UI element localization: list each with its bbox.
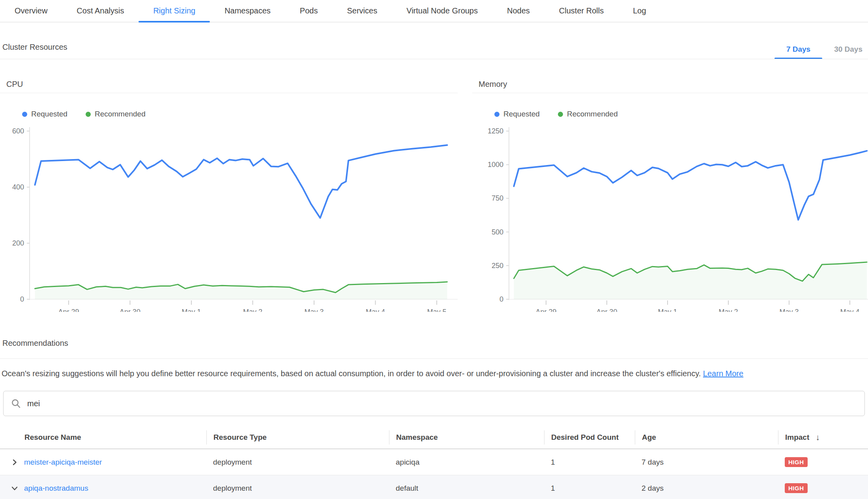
svg-text:200: 200	[12, 239, 24, 247]
recommendations-table: Resource NameResource TypeNamespaceDesir…	[0, 426, 868, 499]
svg-text:Apr 30: Apr 30	[120, 308, 140, 312]
svg-text:May 1: May 1	[658, 308, 677, 312]
range-tab-30-days[interactable]: 30 Days	[822, 44, 868, 59]
section-title-recommendations: Recommendations	[2, 339, 68, 348]
tab-right-sizing[interactable]: Right Sizing	[138, 0, 210, 22]
x-axis: Apr 29Apr 30May 1May 2May 3May 4	[535, 300, 859, 312]
tab-overview[interactable]: Overview	[0, 0, 62, 22]
impact-cell: HIGH	[778, 483, 868, 493]
tab-nodes[interactable]: Nodes	[492, 0, 544, 22]
tab-virtual-node-groups[interactable]: Virtual Node Groups	[392, 0, 492, 22]
svg-text:Apr 29: Apr 29	[58, 308, 79, 312]
series-line-requested	[35, 145, 447, 218]
memory-chart-panel: Memory RequestedRecommended 025050075010…	[472, 77, 868, 320]
svg-text:May 2: May 2	[243, 308, 262, 312]
series-area-recommended	[35, 282, 447, 299]
column-header-namespace[interactable]: Namespace	[389, 430, 544, 445]
range-tab-7-days[interactable]: 7 Days	[774, 44, 822, 59]
resource-name-cell: apiqa-nostradamus	[0, 484, 206, 493]
desired-pod-count-cell: 1	[544, 484, 635, 493]
tab-cost-analysis[interactable]: Cost Analysis	[62, 0, 138, 22]
column-header-label: Resource Type	[213, 433, 267, 442]
tab-services[interactable]: Services	[332, 0, 392, 22]
expand-row-button[interactable]	[10, 458, 19, 467]
desired-pod-count-cell: 1	[544, 458, 635, 467]
namespace-cell: apiciqa	[389, 458, 544, 467]
legend-item-recommended[interactable]: Recommended	[558, 110, 618, 118]
column-header-desired-pod-count[interactable]: Desired Pod Count	[544, 430, 635, 445]
table-row: apiqa-nostradamusdeploymentdefault12 day…	[0, 475, 868, 499]
legend-label: Recommended	[95, 110, 146, 118]
legend-label: Recommended	[567, 110, 618, 118]
legend-item-recommended[interactable]: Recommended	[86, 110, 146, 118]
table-row: meister-apiciqa-meisterdeploymentapiciqa…	[0, 449, 868, 475]
resource-name-link[interactable]: apiqa-nostradamus	[24, 484, 88, 493]
svg-text:Apr 29: Apr 29	[535, 308, 556, 312]
svg-text:600: 600	[12, 127, 24, 135]
svg-text:750: 750	[492, 194, 503, 202]
search-box[interactable]	[3, 391, 865, 416]
chevron-down-icon	[11, 484, 19, 492]
svg-text:May 3: May 3	[779, 308, 799, 312]
y-axis: 0200400600	[12, 127, 458, 303]
chart-title-cpu: CPU	[0, 77, 458, 93]
svg-text:0: 0	[499, 295, 503, 303]
svg-text:250: 250	[492, 262, 503, 270]
svg-text:May 2: May 2	[718, 308, 738, 312]
series-area-recommended	[514, 262, 867, 299]
cpu-line-chart[interactable]: 0200400600Apr 29Apr 30May 1May 2May 3May…	[0, 122, 458, 312]
column-header-resource-type[interactable]: Resource Type	[206, 430, 389, 445]
resource-type-cell: deployment	[206, 458, 389, 467]
resource-name-cell: meister-apiciqa-meister	[0, 458, 206, 467]
tab-cluster-rolls[interactable]: Cluster Rolls	[544, 0, 618, 22]
age-cell: 2 days	[635, 484, 778, 493]
section-title-cluster-resources: Cluster Resources	[2, 43, 67, 52]
namespace-cell: default	[389, 484, 544, 493]
memory-chart-legend: RequestedRecommended	[494, 110, 868, 118]
memory-line-chart[interactable]: 025050075010001250Apr 29Apr 30May 1May 2…	[472, 122, 868, 312]
table-header-row: Resource NameResource TypeNamespaceDesir…	[0, 426, 868, 449]
learn-more-link[interactable]: Learn More	[703, 369, 743, 378]
column-header-age[interactable]: Age	[635, 430, 778, 445]
recommended-legend-dot-icon	[86, 112, 91, 117]
x-axis: Apr 29Apr 30May 1May 2May 3May 4May 5	[58, 300, 446, 312]
column-header-label: Age	[642, 433, 656, 442]
svg-text:400: 400	[12, 183, 24, 191]
recommendations-description-text: Ocean's resizing suggestions will help y…	[2, 369, 701, 378]
chart-title-memory: Memory	[472, 77, 868, 93]
search-input[interactable]	[27, 399, 857, 408]
impact-badge: HIGH	[785, 483, 808, 493]
legend-label: Requested	[503, 110, 540, 118]
svg-text:Apr 30: Apr 30	[596, 308, 617, 312]
column-header-impact[interactable]: Impact↓	[778, 430, 868, 445]
svg-text:May 1: May 1	[181, 308, 201, 312]
age-cell: 7 days	[635, 458, 778, 467]
tab-pods[interactable]: Pods	[285, 0, 333, 22]
resource-name-link[interactable]: meister-apiciqa-meister	[24, 458, 102, 467]
resource-type-cell: deployment	[206, 484, 389, 493]
time-range-tabs: 7 Days30 Days	[774, 44, 868, 59]
svg-text:May 4: May 4	[840, 308, 859, 312]
legend-label: Requested	[31, 110, 67, 118]
tab-namespaces[interactable]: Namespaces	[210, 0, 285, 22]
cpu-chart-legend: RequestedRecommended	[22, 110, 458, 118]
collapse-row-button[interactable]	[10, 484, 19, 493]
column-header-resource-name[interactable]: Resource Name	[0, 430, 206, 445]
legend-item-requested[interactable]: Requested	[494, 110, 540, 118]
svg-text:500: 500	[492, 228, 503, 236]
sort-descending-icon[interactable]: ↓	[816, 433, 820, 442]
chevron-right-icon	[11, 458, 19, 466]
recommendations-description: Ocean's resizing suggestions will help y…	[2, 368, 860, 379]
svg-text:May 4: May 4	[366, 308, 385, 312]
recommended-legend-dot-icon	[558, 112, 563, 117]
svg-text:May 5: May 5	[427, 308, 446, 312]
legend-item-requested[interactable]: Requested	[22, 110, 67, 118]
svg-text:1000: 1000	[488, 161, 503, 169]
top-nav-tabs: OverviewCost AnalysisRight SizingNamespa…	[0, 0, 868, 23]
search-icon	[11, 398, 21, 409]
tab-log[interactable]: Log	[618, 0, 660, 22]
column-header-label: Desired Pod Count	[551, 433, 619, 442]
impact-cell: HIGH	[778, 457, 868, 467]
column-header-label: Resource Name	[24, 433, 81, 442]
divider	[0, 59, 868, 59]
